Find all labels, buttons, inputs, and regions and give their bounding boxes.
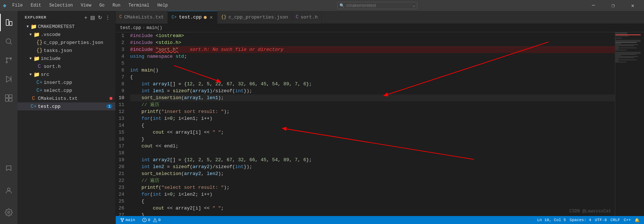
minimap-line-24 [615,57,634,58]
title-search-input[interactable] [337,2,417,9]
token [150,87,153,94]
minimize-button[interactable]: ─ [585,0,602,11]
tree-item-c-cpp-properties[interactable]: {} c_cpp_properties.json [17,38,115,46]
tree-item-select-cpp[interactable]: C+ select.cpp [17,86,115,94]
line-number-16: 16 [119,136,124,143]
title-center: 🔍 ⌄ [337,2,417,9]
menu-help[interactable]: Help [156,2,170,9]
search-icon: 🔍 [339,3,345,8]
line-number-26: 26 [119,205,124,212]
tree-item-include[interactable]: ▼ 📁 include [17,54,115,62]
token: ); [224,184,230,191]
status-branch[interactable]: main [119,216,136,224]
token: cout [142,143,153,150]
sidebar-title: EXPLORER [25,15,47,20]
activity-item-testing[interactable] [0,160,17,178]
status-spaces[interactable]: Spaces: 4 [568,216,592,224]
menu-file[interactable]: File [11,2,24,9]
svg-point-6 [6,62,8,63]
menu-selection[interactable]: Selection [48,2,74,9]
line-number-15: 15 [119,129,124,136]
menu-edit[interactable]: Edit [29,2,43,9]
token: " " [212,129,221,136]
status-line-col[interactable]: Ln 10, Col 5 [536,216,567,224]
code-area[interactable]: #include <iostream>#include <stdio.h>#in… [129,32,615,216]
menu-go[interactable]: Go [98,2,106,9]
token: len1 [207,94,218,101]
token: }); [244,163,252,170]
new-file-button[interactable]: + [84,14,88,21]
tab-c-cpp-icon: {} [221,15,226,20]
token [130,101,142,108]
line-number-6: 6 [119,67,124,74]
minimap-line-27 [615,61,619,61]
status-encoding[interactable]: UTF-8 [593,216,608,224]
tree-item-src[interactable]: ▼ 📁 src [17,70,115,78]
token: namespace [147,53,172,60]
code-line-9: int len1 = sizeof(array1)/sizeof(int}); [130,87,615,94]
tab-sort-h[interactable]: C sort.h [292,11,322,24]
activity-item-source-control[interactable] [0,52,17,69]
activity-item-extensions[interactable] [0,89,17,107]
new-folder-button[interactable]: ▤ [90,14,96,21]
token: for [142,191,150,198]
close-button[interactable]: ✕ [624,0,641,11]
tree-root-folder[interactable]: ▼ 📁 CMAKEMORETEST [17,23,115,30]
code-line-20: int len2 = sizeof(array2)/sizeof(int}); [130,163,615,170]
line-number-25: 25 [119,198,124,205]
menu-run[interactable]: Run [111,2,122,9]
token: 32 [238,81,244,87]
token [130,81,142,87]
tree-item-vscode[interactable]: ▼ 📁 .vscode [17,30,115,38]
minimap-line-13 [615,45,634,46]
breadcrumb-file[interactable]: test.cpp [120,25,141,30]
svg-point-4 [6,58,8,59]
token [130,184,142,191]
breadcrumb-symbol[interactable]: main() [147,25,162,30]
tab-cmakelists[interactable]: C CMakeLists.txt [116,11,168,24]
token: 66 [249,81,255,87]
token: { [130,122,144,129]
code-line-27: } [130,212,615,216]
menu-view[interactable]: View [79,2,93,9]
token: len2 [207,170,218,177]
restore-button[interactable]: ❐ [605,0,621,11]
tree-item-insert-cpp[interactable]: C+ insert.cpp [17,78,115,86]
token: () [153,67,159,74]
refresh-button[interactable]: ↻ [97,14,103,21]
root-folder-icon: 📁 [31,24,36,30]
token: <stdio.h> [156,39,181,46]
search-dropdown-icon[interactable]: ⌄ [413,3,415,8]
token [139,67,142,74]
status-line-col-label: Ln 10, Col 5 [537,218,566,222]
tree-item-test-cpp[interactable]: C+ test.cpp 1 [17,102,115,110]
activity-item-explorer[interactable] [0,14,17,31]
code-line-4: using namespace std; [130,53,615,60]
activity-item-settings[interactable] [0,204,17,221]
status-errors[interactable]: 0 0 [141,216,162,224]
cmakelists-label: CMakeLists.txt [38,96,77,101]
tree-item-sort-h[interactable]: C sort.h [17,62,115,70]
include-chevron-icon: ▼ [28,57,33,61]
token: , [221,81,227,87]
menu-terminal[interactable]: Terminal [127,2,151,9]
tab-test-cpp-close-button[interactable]: ✕ [209,14,213,21]
tree-item-cmakelists[interactable]: C CMakeLists.txt [17,94,115,102]
tab-test-cpp[interactable]: C+ test.cpp ✕ [168,11,217,24]
status-language[interactable]: C++ [622,216,632,224]
minimap-line-12 [615,44,638,45]
token [130,163,142,170]
status-feedback[interactable]: 🔔 [633,216,641,224]
activity-item-run-debug[interactable] [0,70,17,88]
status-line-ending[interactable]: CRLF [609,216,621,224]
activity-item-search[interactable] [0,33,17,50]
line-number-8: 8 [119,81,124,87]
line-number-7: 7 [119,74,124,81]
token: 89 [283,156,289,163]
activity-item-accounts[interactable] [0,182,17,199]
tree-item-tasks[interactable]: {} tasks.json [17,46,115,54]
token: ( [150,115,153,122]
collapse-all-button[interactable]: ⋮ [104,14,111,21]
tab-c-cpp-json[interactable]: {} c_cpp_properties.json [218,11,292,24]
code-line-16: } [130,136,615,143]
